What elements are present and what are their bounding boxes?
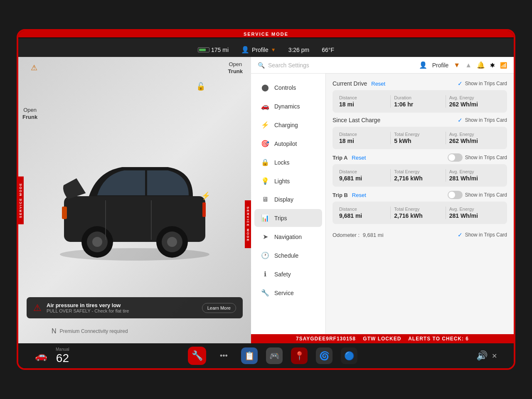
main-screen: SERVICE MODE 175 mi 👤 Profile ▼ 3:26 pm … [17, 29, 515, 370]
trip-a-toggle[interactable] [448, 153, 463, 162]
trip-a-reset[interactable]: Reset [352, 155, 366, 161]
speed-display: Manual 62 [56, 347, 69, 365]
gtw-locked: GTW LOCKED [363, 336, 401, 342]
nav-lights[interactable]: 💡 Lights [254, 172, 322, 190]
open-trunk-label[interactable]: Open Trunk [228, 61, 243, 75]
nav-charging-label: Charging [274, 122, 298, 128]
since-last-charge-header: Since Last Charge ✓ Show in Trips Card [332, 117, 507, 123]
wrench-app-button[interactable]: 🔧 [188, 347, 206, 365]
slc-avg-energy: Avg. Energy 262 Wh/mi [446, 132, 500, 144]
settings-content: Current Drive Reset ✓ Show in Trips Card… [326, 74, 514, 334]
schedule-icon: 🕐 [261, 251, 269, 259]
clipboard-app[interactable]: 📋 [241, 347, 258, 364]
bluetooth-icon[interactable]: ✱ [490, 62, 495, 69]
header-icons: 👤 Profile ▼ ▲ 🔔 ✱ 📶 [419, 61, 507, 69]
temperature-display: 66°F [322, 47, 334, 53]
trip-b-energy-value: 2,716 kWh [394, 212, 442, 219]
bell-icon[interactable]: 🔔 [477, 61, 485, 69]
trip-a-show-trips[interactable]: Show in Trips Card [448, 153, 507, 162]
current-drive-duration-value: 1:06 hr [394, 101, 442, 108]
svg-point-7 [167, 237, 177, 247]
nav-locks-label: Locks [274, 159, 290, 166]
svg-point-0 [60, 248, 209, 261]
nav-charging[interactable]: ⚡ Charging [254, 116, 322, 134]
nav-controls-label: Controls [274, 84, 296, 91]
open-frunk-word: Frunk [22, 114, 37, 121]
nav-display[interactable]: 🖥 Display [254, 191, 322, 208]
fan-app[interactable]: 🌀 [316, 347, 332, 364]
nav-locks[interactable]: 🔒 Locks [254, 153, 322, 171]
odometer-show-trips-label: Show in Trips Card [465, 232, 507, 238]
profile-header-icon: 👤 [419, 61, 427, 69]
svg-rect-9 [202, 202, 206, 217]
game-app[interactable]: 🎮 [266, 347, 283, 364]
slc-distance: Distance 18 mi [339, 132, 391, 144]
trip-b-avg-energy-label: Avg. Energy [449, 207, 497, 212]
sidebar-nav: ⬤ Controls 🚗 Dynamics ⚡ Charging 🎯 Autop… [251, 74, 326, 334]
current-drive-energy-label: Avg. Energy [449, 95, 497, 100]
nav-safety[interactable]: ℹ Safety [254, 265, 322, 283]
safety-icon: ℹ [261, 270, 269, 278]
dock-center: 🔧 ••• 📋 🎮 📍 🌀 🔵 [188, 347, 357, 365]
service-mode-label-right: SERVICE MODE [245, 200, 251, 248]
odometer-check-icon: ✓ [458, 232, 463, 238]
trip-b-show-trips-label: Show in Trips Card [465, 192, 507, 198]
current-drive-title: Current Drive [332, 80, 367, 87]
trip-b-toggle[interactable] [448, 191, 463, 199]
dynamics-icon: 🚗 [261, 102, 269, 110]
map-app[interactable]: 📍 [291, 347, 308, 364]
right-body: ⬤ Controls 🚗 Dynamics ⚡ Charging 🎯 Autop… [251, 74, 514, 334]
nav-dynamics[interactable]: 🚗 Dynamics [254, 97, 322, 115]
profile-label: Profile [252, 47, 268, 53]
vin-number: 7SAYGDEE9RF130158 [296, 336, 356, 342]
trip-b-show-trips[interactable]: Show in Trips Card [448, 191, 507, 199]
odometer-info: Odometer : 9,681 mi [332, 232, 384, 238]
odometer-show-trips[interactable]: ✓ Show in Trips Card [458, 232, 507, 238]
nav-lights-label: Lights [274, 178, 290, 185]
odometer-label: Odometer : [332, 232, 360, 238]
profile-topbar[interactable]: 👤 Profile ▼ [241, 46, 276, 54]
trip-b-reset[interactable]: Reset [352, 192, 366, 198]
nav-navigation[interactable]: ➤ Navigation [254, 228, 322, 246]
volume-icon[interactable]: 🔊 [476, 350, 488, 361]
trip-a-label: Trip A [332, 155, 347, 161]
signal-icon: 📶 [500, 62, 507, 69]
nav-service[interactable]: 🔧 Service [254, 284, 322, 302]
since-last-charge-check-icon: ✓ [458, 117, 463, 123]
profile-icon: 👤 [241, 46, 249, 54]
since-last-charge-show-trips[interactable]: ✓ Show in Trips Card [458, 117, 507, 123]
profile-header-label: Profile [432, 62, 449, 69]
bluetooth-app[interactable]: 🔵 [341, 347, 357, 364]
since-last-charge-title: Since Last Charge [332, 117, 380, 123]
search-bar[interactable]: 🔍 Search Settings [258, 62, 309, 69]
nav-autopilot-label: Autopilot [274, 140, 297, 147]
trip-a-header: Trip A Reset Show in Trips Card [332, 153, 507, 162]
odometer-row: Odometer : 9,681 mi ✓ Show in Trips Card [332, 228, 507, 241]
slc-distance-value: 18 mi [339, 138, 387, 144]
car-dock-icon[interactable]: 🚗 [35, 350, 47, 362]
dock-left: 🚗 Manual 62 [35, 347, 69, 365]
service-icon: 🔧 [261, 289, 269, 297]
nav-schedule[interactable]: 🕐 Schedule [254, 246, 322, 264]
trip-a-show-trips-label: Show in Trips Card [465, 155, 507, 160]
trip-a-distance-value: 9,681 mi [339, 175, 387, 182]
trip-b-energy: Total Energy 2,716 kWh [391, 207, 446, 219]
trip-a-avg-energy: Avg. Energy 281 Wh/mi [446, 169, 500, 182]
search-placeholder: Search Settings [268, 62, 309, 69]
nav-controls[interactable]: ⬤ Controls [254, 79, 322, 96]
open-frunk-label[interactable]: Open Frunk [22, 107, 37, 121]
app-dock: 🚗 Manual 62 🔧 ••• 📋 🎮 📍 🌀 [18, 343, 514, 368]
svg-rect-8 [62, 207, 67, 219]
controls-icon: ⬤ [261, 84, 269, 91]
learn-more-button[interactable]: Learn More [202, 303, 236, 313]
close-icon[interactable]: ✕ [492, 352, 497, 360]
nav-autopilot[interactable]: 🎯 Autopilot [254, 135, 322, 153]
current-drive-show-trips[interactable]: ✓ Show in Trips Card [458, 80, 507, 87]
nav-trips[interactable]: 📊 Trips [254, 209, 322, 227]
nav-display-label: Display [274, 196, 293, 203]
dots-button[interactable]: ••• [214, 347, 233, 365]
current-drive-check-icon: ✓ [458, 80, 463, 87]
navigation-icon: ➤ [261, 233, 269, 241]
search-icon: 🔍 [258, 62, 265, 69]
current-drive-reset[interactable]: Reset [371, 81, 385, 87]
